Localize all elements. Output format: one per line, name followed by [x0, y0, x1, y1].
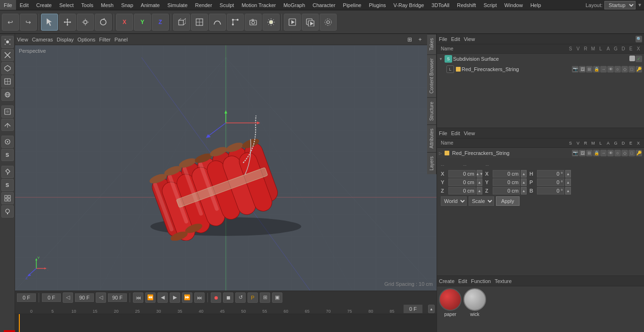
sidebar-btn-3[interactable] [1, 62, 14, 74]
obj-icon-sq[interactable]: □ [628, 66, 635, 73]
cr-pos-z[interactable] [448, 187, 476, 194]
sidebar-btn-6[interactable] [1, 105, 14, 118]
attr-icon-img[interactable]: 🖼 [579, 150, 586, 156]
cr-arr3-x[interactable]: ▲ [565, 170, 571, 178]
move-tool-button[interactable] [59, 14, 76, 31]
deformer-button[interactable] [227, 14, 244, 31]
obj-icon-img[interactable]: 🖼 [579, 66, 586, 73]
cr-arr2-z[interactable]: ▲ [521, 187, 527, 194]
timeline-track[interactable] [15, 314, 437, 332]
play-backward-btn[interactable]: ◀ [157, 292, 168, 303]
layers-tab[interactable]: Layers [427, 152, 437, 174]
sidebar-btn-13[interactable] [1, 205, 14, 218]
vp-menu-options[interactable]: Options [77, 37, 95, 42]
mat-menu-edit[interactable]: Edit [458, 278, 467, 284]
menu-item-sculpt[interactable]: Sculpt [216, 0, 238, 10]
cr-arr-y[interactable]: ▲ [477, 178, 482, 186]
attr-icon-lock2[interactable]: 🔒 [593, 150, 600, 156]
mat-menu-create[interactable]: Create [439, 278, 454, 284]
menu-item-vray[interactable]: V-Ray Bridge [390, 0, 428, 10]
obj-menu-edit[interactable]: Edit [451, 36, 460, 42]
menu-item-animate[interactable]: Animate [137, 0, 164, 10]
cr-pos-x[interactable] [448, 170, 476, 178]
menu-item-file[interactable]: File [0, 0, 16, 10]
render-button[interactable] [284, 14, 301, 31]
light-button[interactable] [263, 14, 280, 31]
obj-icon-eye[interactable]: 👁 [607, 66, 614, 73]
menu-item-snap[interactable]: Snap [117, 0, 137, 10]
material-paper[interactable]: paper [439, 288, 462, 317]
vp-menu-display[interactable]: Display [57, 37, 74, 42]
min-frame-btn[interactable]: ◁ [96, 292, 106, 303]
attr-icon-arr2[interactable]: → [600, 150, 607, 156]
menu-item-create[interactable]: Create [33, 0, 56, 10]
vp-menu-filter[interactable]: Filter [99, 37, 110, 42]
sidebar-btn-9[interactable]: S [1, 149, 14, 161]
takes-tab[interactable]: Takes [427, 34, 437, 54]
render-settings-button[interactable] [320, 14, 337, 31]
y-axis-button[interactable]: Y [134, 14, 151, 31]
menu-item-edit[interactable]: Edit [16, 0, 33, 10]
material-wick[interactable]: wick [463, 288, 486, 317]
cr-arr2-x[interactable]: ▲ [521, 170, 527, 178]
spline-button[interactable] [209, 14, 226, 31]
render-view-button[interactable] [302, 14, 319, 31]
attr-icon-eye2[interactable]: 👁 [607, 150, 614, 156]
obj-icon-key[interactable]: 🔑 [636, 66, 642, 73]
apply-button[interactable]: Apply [496, 196, 520, 206]
vp-icon-2[interactable]: + [416, 35, 424, 44]
attr-menu-edit[interactable]: Edit [451, 130, 460, 136]
menu-item-redshift[interactable]: Redshift [453, 0, 479, 10]
scale-tool-button[interactable] [77, 14, 94, 31]
cube-button[interactable] [173, 14, 190, 31]
cr-arr-x[interactable]: ▲▼ [477, 170, 482, 178]
start-frame-input[interactable] [42, 293, 61, 302]
camera-button[interactable] [245, 14, 262, 31]
menu-item-render[interactable]: Render [191, 0, 216, 10]
x-axis-button[interactable]: X [116, 14, 133, 31]
cr-size-y[interactable] [493, 178, 520, 186]
menu-item-pipeline[interactable]: Pipeline [339, 0, 365, 10]
attr-icon-camera[interactable]: 📷 [572, 150, 578, 156]
menu-item-window[interactable]: Window [501, 0, 527, 10]
obj-icon-camera[interactable]: 📷 [572, 66, 578, 73]
cr-arr3-y[interactable]: ▲ [565, 178, 571, 186]
cr-arr2-y[interactable]: ▲ [521, 178, 527, 186]
goto-start-btn[interactable]: ⏮ [133, 292, 143, 303]
sidebar-btn-2[interactable] [1, 49, 14, 61]
cr-pos-y[interactable] [448, 178, 476, 186]
obj-icon-arr[interactable]: → [600, 66, 607, 73]
menu-item-plugins[interactable]: Plugins [365, 0, 389, 10]
obj-menu-view[interactable]: View [464, 36, 475, 42]
attr-icon-sq2[interactable]: □ [628, 150, 635, 156]
attr-icon-dia2[interactable]: ◇ [621, 150, 628, 156]
rotate-tool-button[interactable] [95, 14, 112, 31]
menu-item-3dtoall[interactable]: 3DToAll [428, 0, 453, 10]
loop-btn[interactable]: ↺ [235, 292, 246, 303]
select-tool-button[interactable] [41, 14, 58, 31]
play-forward-btn[interactable]: ▶ [170, 292, 180, 303]
obj-row-firecrackers[interactable]: L Red_Firecrackers_String 📷 🖼 ⊞ 🔒 → 👁 ○ … [437, 64, 644, 74]
attr-icon-circ2[interactable]: ○ [614, 150, 621, 156]
mat-menu-function[interactable]: Function [471, 278, 491, 284]
menu-item-mograph[interactable]: MoGraph [280, 0, 309, 10]
cr-angle-x[interactable] [537, 170, 564, 178]
prev-frame-btn[interactable]: ◁ [63, 292, 73, 303]
obj-icon-dia[interactable]: ◇ [621, 66, 628, 73]
timeline-frame-input[interactable] [404, 305, 422, 313]
sidebar-btn-11[interactable]: S [1, 179, 14, 191]
cr-angle-y[interactable] [537, 178, 564, 186]
grid-btn[interactable]: ⊞ [260, 292, 270, 303]
current-frame-input[interactable] [17, 293, 36, 302]
attr-icon-grid4[interactable]: ⊞ [586, 150, 593, 156]
layout-select[interactable]: Startup [604, 1, 636, 9]
menu-item-tools[interactable]: Tools [77, 0, 97, 10]
max-frame-input[interactable] [108, 293, 127, 302]
undo-button[interactable]: ↩ [2, 14, 19, 31]
cr-angle-z[interactable] [537, 187, 564, 194]
obj-row-subdivision[interactable]: ▼ S Subdivision Surface ✓ [437, 54, 644, 64]
goto-end-btn[interactable]: ⏭ [194, 292, 205, 303]
vp-icon-1[interactable]: ⊞ [405, 35, 414, 44]
content-browser-tab[interactable]: Content Browser [427, 54, 437, 97]
sidebar-btn-8[interactable] [1, 136, 14, 148]
